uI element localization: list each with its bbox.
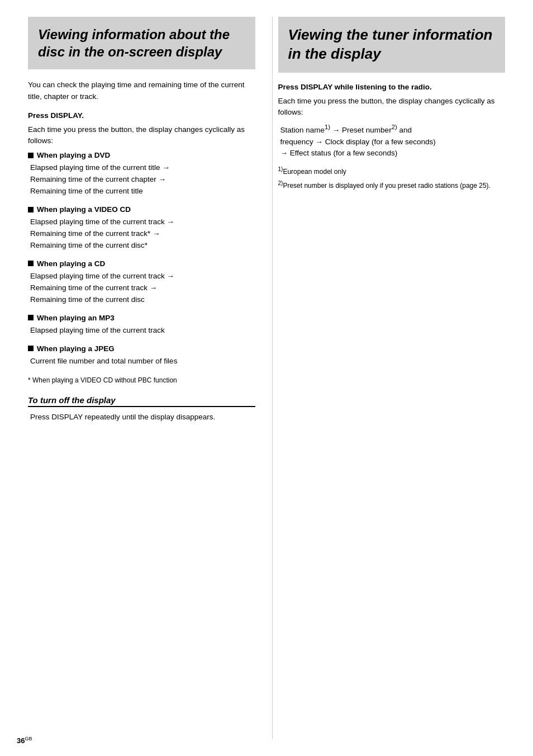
subsection-dvd: When playing a DVD Elapsed playing time … (28, 151, 255, 197)
subsection-mp3-content: Elapsed playing time of the current trac… (28, 325, 255, 337)
press-display-label: Press DISPLAY. (28, 111, 255, 120)
left-intro-text: You can check the playing time and remai… (28, 79, 255, 102)
bullet-icon (28, 315, 34, 320)
right-sequence: Station name1) → Preset number2) and fre… (278, 122, 506, 159)
asterisk-note: * When playing a VIDEO CD without PBC fu… (28, 375, 255, 385)
subsection-video-cd-title: When playing a VIDEO CD (28, 205, 255, 214)
footnote-2: 2)Preset number is displayed only if you… (278, 179, 506, 191)
subsection-mp3-title: When playing an MP3 (28, 314, 255, 322)
subsection-jpeg-content: Current file number and total number of … (28, 356, 255, 367)
left-section-title-box: Viewing information about the disc in th… (28, 17, 255, 69)
subsection-video-cd-content: Elapsed playing time of the current trac… (28, 216, 255, 252)
subsection-video-cd: When playing a VIDEO CD Elapsed playing … (28, 205, 255, 252)
to-turn-off-title: To turn off the display (28, 395, 255, 407)
subsection-dvd-content: Elapsed playing time of the current titl… (28, 162, 255, 197)
left-column: Viewing information about the disc in th… (11, 17, 261, 739)
bullet-icon (28, 207, 34, 212)
page-wrapper: Viewing information about the disc in th… (0, 0, 533, 756)
press-display-desc: Each time you press the button, the disp… (28, 124, 255, 147)
subsection-cd-content: Elapsed playing time of the current trac… (28, 271, 255, 306)
subsection-mp3: When playing an MP3 Elapsed playing time… (28, 314, 255, 337)
right-press-label: Press DISPLAY while listening to the rad… (278, 83, 506, 91)
subsection-jpeg: When playing a JPEG Current file number … (28, 344, 255, 367)
subsection-cd-title: When playing a CD (28, 259, 255, 268)
right-column: Viewing the tuner information in the dis… (272, 17, 522, 739)
bullet-icon (28, 346, 34, 351)
page-number: 36GB (17, 736, 32, 745)
bullet-icon (28, 261, 34, 266)
footnote-1: 1)European model only (278, 165, 506, 177)
subsection-dvd-title: When playing a DVD (28, 151, 255, 159)
to-turn-off-section: To turn off the display Press DISPLAY re… (28, 395, 255, 423)
right-section-title: Viewing the tuner information in the dis… (288, 26, 496, 64)
to-turn-off-content: Press DISPLAY repeatedly until the displ… (28, 412, 255, 423)
left-section-title: Viewing information about the disc in th… (38, 26, 245, 60)
subsection-jpeg-title: When playing a JPEG (28, 344, 255, 353)
page-container: Viewing information about the disc in th… (0, 0, 533, 756)
right-intro: Each time you press the button, the disp… (278, 96, 506, 119)
bullet-icon (28, 153, 34, 158)
right-section-title-box: Viewing the tuner information in the dis… (278, 17, 506, 73)
subsection-cd: When playing a CD Elapsed playing time o… (28, 259, 255, 306)
